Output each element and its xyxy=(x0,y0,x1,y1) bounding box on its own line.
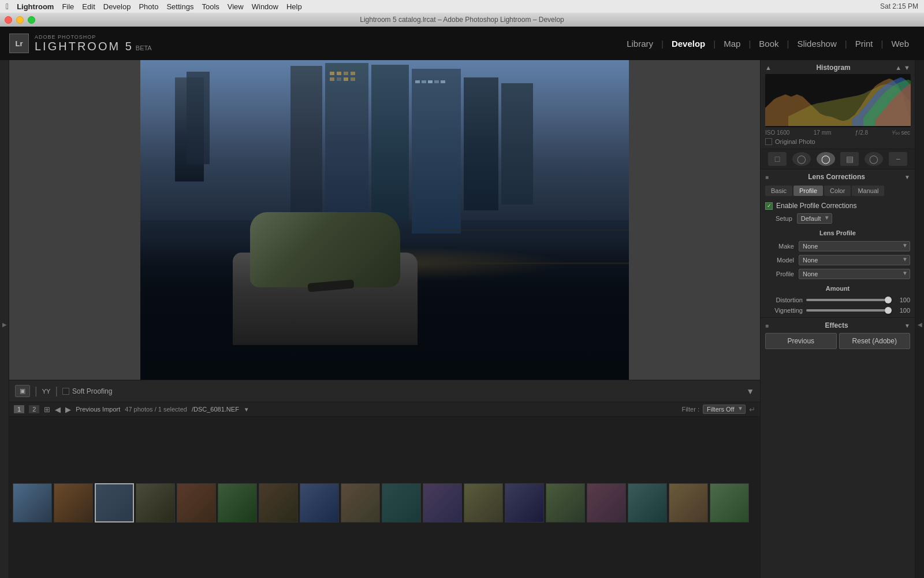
histogram-corner-shadow-icon[interactable]: ▲ xyxy=(765,64,772,71)
film-thumb-1[interactable] xyxy=(13,483,52,523)
original-photo-checkbox[interactable] xyxy=(765,138,772,145)
filter-select-wrap[interactable]: Filters Off ▼ xyxy=(703,405,746,414)
maximize-button[interactable] xyxy=(28,16,35,24)
histogram-menu-icon[interactable]: ▼ xyxy=(904,64,910,71)
menu-settings[interactable]: Settings xyxy=(166,2,193,11)
film-thumb-14[interactable] xyxy=(546,483,585,523)
soft-proofing-toggle[interactable]: Soft Proofing xyxy=(62,387,112,395)
previous-button[interactable]: Previous xyxy=(765,333,837,349)
view-mode-button[interactable]: ▣ xyxy=(15,385,30,397)
nav-web[interactable]: Web xyxy=(885,36,915,51)
menu-file[interactable]: File xyxy=(62,2,74,11)
effects-section: ■ Effects ▼ Previous Reset (Adobe) xyxy=(761,318,915,353)
make-select[interactable]: None xyxy=(799,241,910,251)
film-thumb-9[interactable] xyxy=(341,483,380,523)
minimize-button[interactable] xyxy=(16,16,24,24)
enable-corrections-label: Enable Profile Corrections xyxy=(776,202,856,210)
film-thumb-12[interactable] xyxy=(464,483,503,523)
exif-focal: 17 mm xyxy=(814,129,832,136)
vignetting-slider-fill xyxy=(806,309,891,312)
film-thumb-7[interactable] xyxy=(259,483,298,523)
film-thumb-8[interactable] xyxy=(300,483,339,523)
model-row: Model None ▼ xyxy=(765,255,910,265)
nav-slideshow[interactable]: Slideshow xyxy=(791,36,842,51)
film-thumb-10[interactable] xyxy=(382,483,421,523)
tab-manual[interactable]: Manual xyxy=(852,186,884,196)
close-button[interactable] xyxy=(5,16,12,24)
film-thumb-13[interactable] xyxy=(505,483,544,523)
tab-profile[interactable]: Profile xyxy=(793,186,823,196)
film-thumb-2[interactable] xyxy=(54,483,93,523)
menu-window[interactable]: Window xyxy=(252,2,278,11)
film-thumb-16[interactable] xyxy=(628,483,667,523)
menu-tools[interactable]: Tools xyxy=(202,2,219,11)
nav-book[interactable]: Book xyxy=(753,36,784,51)
tab-color[interactable]: Color xyxy=(824,186,851,196)
film-thumb-5[interactable] xyxy=(177,483,216,523)
red-eye-icon[interactable]: ◯ xyxy=(817,152,835,166)
nav-map[interactable]: Map xyxy=(718,36,746,51)
lens-collapse-icon[interactable]: ■ xyxy=(765,174,769,180)
menu-view[interactable]: View xyxy=(228,2,244,11)
toolbar-sep2: | xyxy=(55,385,58,397)
left-panel-toggle[interactable]: ▶ xyxy=(0,60,9,578)
effects-title: Effects xyxy=(825,321,848,329)
file-dropdown-arrow[interactable]: ▼ xyxy=(244,406,249,413)
page-num-2[interactable]: 2 xyxy=(29,405,39,413)
soft-proofing-checkbox[interactable] xyxy=(62,388,69,395)
profile-select-wrap[interactable]: None ▼ xyxy=(799,269,910,279)
film-thumb-15[interactable] xyxy=(587,483,626,523)
menu-edit[interactable]: Edit xyxy=(82,2,95,11)
make-select-wrap[interactable]: None ▼ xyxy=(799,241,910,251)
filter-select[interactable]: Filters Off xyxy=(703,405,746,414)
effects-menu-icon[interactable]: ▼ xyxy=(904,323,910,329)
vignetting-slider-thumb[interactable] xyxy=(885,307,892,314)
enable-corrections-checkbox[interactable]: ✓ xyxy=(765,202,773,210)
distortion-slider-track[interactable] xyxy=(806,299,891,301)
lens-corrections-section: ■ Lens Corrections ▼ Basic Profile Color… xyxy=(761,169,915,318)
nav-library[interactable]: Library xyxy=(621,36,659,51)
film-thumb-18[interactable] xyxy=(710,483,749,523)
nav-print[interactable]: Print xyxy=(850,36,879,51)
model-select-wrap[interactable]: None ▼ xyxy=(799,255,910,265)
film-thumb-4[interactable] xyxy=(136,483,175,523)
grid-view-icon[interactable]: ⊞ xyxy=(44,405,50,414)
apple-menu[interactable]:  xyxy=(6,2,9,11)
histogram-dropdown-icon[interactable]: ▲ xyxy=(895,64,901,71)
menu-help[interactable]: Help xyxy=(286,2,302,11)
filmstrip-photos xyxy=(9,417,760,578)
tab-basic[interactable]: Basic xyxy=(765,186,792,196)
setup-select-wrap[interactable]: Default ▼ xyxy=(797,213,832,224)
lens-menu-icon[interactable]: ▼ xyxy=(904,174,910,180)
zoom-dropdown[interactable]: ▼ xyxy=(746,387,754,396)
film-thumb-3[interactable] xyxy=(95,483,134,523)
menu-lightroom[interactable]: Lightroom xyxy=(17,2,54,11)
film-thumb-6[interactable] xyxy=(218,483,257,523)
file-name: /DSC_6081.NEF xyxy=(192,406,239,413)
vignetting-slider-track[interactable] xyxy=(806,309,891,312)
model-select[interactable]: None xyxy=(799,255,910,265)
radial-filter-icon[interactable]: ◯ xyxy=(865,152,883,166)
spot-removal-icon[interactable]: ◯ xyxy=(792,152,811,166)
page-num-1[interactable]: 1 xyxy=(14,405,24,413)
effects-collapse-icon[interactable]: ■ xyxy=(765,323,769,329)
filter-label: Filter : xyxy=(681,406,699,413)
make-row: Make None ▼ xyxy=(765,241,910,251)
right-panel-toggle[interactable]: ◀ xyxy=(915,60,924,578)
nav-next-arrow[interactable]: ▶ xyxy=(65,405,71,414)
nav-develop[interactable]: Develop xyxy=(666,36,711,51)
menu-photo[interactable]: Photo xyxy=(139,2,158,11)
film-thumb-17[interactable] xyxy=(669,483,708,523)
filmstrip-expand-icon[interactable]: ↵ xyxy=(749,405,755,414)
menu-develop[interactable]: Develop xyxy=(103,2,131,11)
lens-profile-title: Lens Profile xyxy=(765,229,910,236)
crop-tool-icon[interactable]: □ xyxy=(768,152,787,166)
reset-button[interactable]: Reset (Adobe) xyxy=(839,333,911,349)
nav-prev-arrow[interactable]: ◀ xyxy=(55,405,61,414)
profile-select[interactable]: None xyxy=(799,269,910,279)
film-thumb-11[interactable] xyxy=(423,483,462,523)
distortion-slider-thumb[interactable] xyxy=(885,297,892,303)
setup-select[interactable]: Default xyxy=(797,213,832,224)
graduated-filter-icon[interactable]: ▤ xyxy=(840,152,859,166)
adjustment-brush-icon[interactable]: − xyxy=(889,152,907,166)
